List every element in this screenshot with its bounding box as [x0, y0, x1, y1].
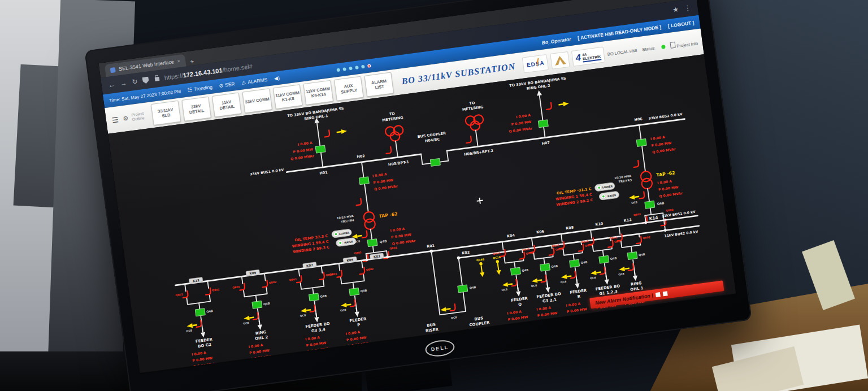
line-out-arrow-icon: [536, 90, 542, 95]
svg-text:METERING: METERING: [382, 115, 403, 123]
carousel-dot[interactable]: [349, 67, 353, 71]
svg-text:P 0.00 MW: P 0.00 MW: [346, 335, 367, 342]
disconnector-open-icon[interactable]: [639, 192, 645, 198]
disconnector-open-icon[interactable]: [239, 284, 245, 290]
disconnector-open-icon[interactable]: [324, 130, 330, 137]
edsa-logo: EDSA: [522, 54, 549, 73]
back-icon[interactable]: ←: [108, 80, 116, 89]
tab-33kv-detail[interactable]: 33kV DETAIL: [181, 97, 211, 121]
logout-button[interactable]: [ LOGOUT ]: [667, 20, 695, 29]
tab-11kv-comm-k9-k14[interactable]: 11kV COMM K9-K14: [303, 80, 333, 105]
disconnector-open-icon[interactable]: [548, 249, 554, 255]
gear-icon[interactable]: ⚙: [123, 114, 129, 122]
alarms-button[interactable]: ⚠ALARMS: [241, 77, 268, 86]
disconnector-open-icon[interactable]: [296, 276, 302, 283]
disconnector-open-icon[interactable]: [350, 299, 356, 306]
disconnector-open-icon[interactable]: [450, 304, 456, 311]
disconnector-open-icon[interactable]: [182, 291, 188, 298]
breaker-feeder[interactable]: [510, 267, 520, 275]
disconnector-open-icon[interactable]: [607, 241, 614, 247]
feeder-out-arrow-icon: [200, 328, 206, 338]
disconnector-open-icon[interactable]: [205, 288, 211, 295]
breaker-h06[interactable]: [636, 138, 646, 146]
svg-text:Q4B: Q4B: [469, 285, 476, 289]
svg-text:P 0.00 MW: P 0.00 MW: [507, 315, 528, 322]
disconnector-open-icon[interactable]: [636, 237, 642, 244]
disconnector-open-icon[interactable]: [519, 253, 525, 259]
disconnector-open-icon[interactable]: [600, 267, 606, 274]
shield-icon[interactable]: [142, 76, 149, 84]
tab-aux-supply[interactable]: AUX SUPPLY: [334, 76, 364, 101]
disconnector-open-icon[interactable]: [362, 231, 368, 238]
alarm-ack-button[interactable]: [656, 292, 661, 297]
breaker-feeder[interactable]: [309, 293, 319, 301]
breaker-feeder[interactable]: [570, 259, 580, 267]
breaker-tr1-11kv[interactable]: [367, 239, 377, 247]
breaker-h01[interactable]: [315, 145, 326, 153]
forward-icon[interactable]: →: [120, 79, 128, 88]
breaker-feeder[interactable]: [627, 252, 637, 260]
disconnector-open-icon[interactable]: [540, 275, 546, 282]
tab-33kv-comm[interactable]: 33kV COMM: [242, 88, 272, 113]
svg-text:METERING: METERING: [462, 105, 483, 112]
breaker-tr2-11kv[interactable]: [645, 201, 655, 208]
carousel-dot[interactable]: [361, 65, 365, 69]
disconnector-open-icon[interactable]: [262, 280, 268, 287]
page-carousel[interactable]: [336, 64, 371, 72]
audio-button[interactable]: ◀): [274, 75, 280, 81]
earth-switch-qc8b[interactable]: QC8B: [476, 258, 487, 277]
new-tab-button[interactable]: +: [189, 58, 194, 66]
trending-button[interactable]: ☷Trending: [187, 84, 212, 93]
bus-33kv-2: [447, 119, 685, 151]
earth-arrow-icon: [186, 323, 197, 329]
disconnector-open-icon[interactable]: [336, 271, 342, 277]
tab-close-icon[interactable]: ×: [177, 58, 181, 64]
disconnector-open-icon[interactable]: [628, 264, 634, 271]
breaker-feeder[interactable]: [195, 309, 205, 316]
tab-11kv-detail[interactable]: 11kV DETAIL: [212, 93, 242, 118]
disconnector-open-icon[interactable]: [319, 273, 325, 280]
tap-lower-button[interactable]: LOWER: [331, 229, 351, 238]
carousel-dot[interactable]: [342, 67, 346, 71]
breaker-feeder[interactable]: [349, 288, 359, 296]
menu-dots-icon[interactable]: ⋮: [684, 3, 692, 12]
disconnector-open-icon[interactable]: [511, 279, 517, 286]
breaker-bus-coupler[interactable]: [458, 285, 468, 293]
hamburger-icon[interactable]: ☰: [111, 115, 119, 124]
project-info-button[interactable]: Project Info: [670, 38, 698, 49]
tab-alarm-list[interactable]: ALARM LIST: [364, 72, 394, 97]
breaker-feeder[interactable]: [540, 263, 550, 271]
breaker-h02[interactable]: [359, 177, 369, 185]
disconnector-open-icon[interactable]: [385, 147, 392, 154]
ser-button[interactable]: ⊘SER: [219, 81, 235, 89]
tap-raise-button[interactable]: RAISE: [599, 191, 619, 200]
disconnector-open-icon[interactable]: [578, 245, 584, 251]
breaker-h07[interactable]: [538, 120, 548, 128]
disconnector-open-icon[interactable]: [309, 305, 315, 312]
alarm-open-button[interactable]: [663, 291, 668, 296]
tab-11kv-comm-k1-k8[interactable]: 11kV COMM K1-K8: [273, 84, 303, 109]
carousel-dot[interactable]: [336, 68, 340, 72]
disconnector-open-icon[interactable]: [633, 160, 639, 167]
breaker-feeder[interactable]: [252, 301, 262, 309]
disconnector-open-icon[interactable]: [355, 198, 362, 205]
carousel-dot-active[interactable]: [367, 64, 371, 68]
earth-switch-qc1b[interactable]: QC1B: [493, 256, 504, 276]
svg-text:P: P: [357, 323, 361, 328]
tab-33-11kv-sld[interactable]: 33/11kV SLD: [151, 101, 181, 125]
tap-lower-button[interactable]: LOWER: [594, 183, 615, 192]
carousel-dot[interactable]: [355, 66, 359, 69]
disconnector-open-icon[interactable]: [570, 271, 576, 278]
disconnector-open-icon[interactable]: [546, 103, 552, 110]
breaker-h04[interactable]: [430, 158, 440, 166]
reload-icon[interactable]: ↻: [131, 77, 138, 86]
tap-raise-button[interactable]: RAISE: [336, 237, 356, 246]
project-outline-label[interactable]: Project Outline: [131, 111, 149, 121]
svg-text:H02: H02: [357, 154, 365, 159]
disconnector-open-icon[interactable]: [466, 136, 472, 143]
disconnector-open-icon[interactable]: [359, 267, 365, 274]
bookmark-star-icon[interactable]: ★: [672, 5, 679, 14]
breaker-feeder[interactable]: [599, 255, 609, 263]
disconnector-open-icon[interactable]: [253, 312, 259, 319]
disconnector-open-icon[interactable]: [196, 320, 202, 327]
